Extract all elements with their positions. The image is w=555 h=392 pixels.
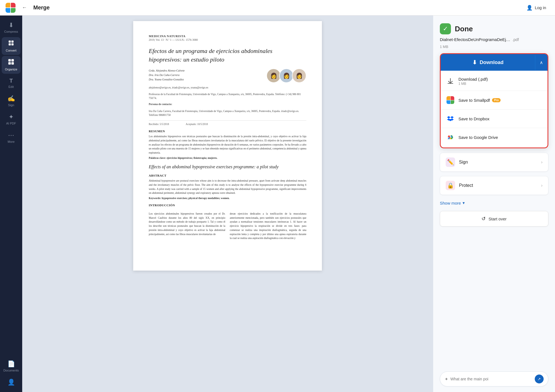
chevron-up-icon: ∧ xyxy=(540,60,543,65)
save-gdrive-option[interactable]: Save to Google Drive xyxy=(441,129,548,145)
done-title: Done xyxy=(455,25,473,33)
file-name: Dialnet-EfectosDeUnProgramaDeEj… xyxy=(440,37,510,42)
sidebar-item-compress[interactable]: ⬇ Compress xyxy=(2,19,21,36)
edit-icon: T xyxy=(9,78,13,84)
save-dropbox-content: Save to Dropbox xyxy=(458,116,490,121)
start-over-button[interactable]: ↺ Start over xyxy=(440,211,548,226)
save-dropbox-label: Save to Dropbox xyxy=(458,116,490,121)
download-chevron-button[interactable]: ∧ xyxy=(535,55,548,70)
pdf-preview-scroll[interactable]: MEDICINA NATURISTA 2019; Vol. 13 · N.º 1… xyxy=(22,16,433,392)
author-photo-3: 👩 xyxy=(292,68,306,83)
smallpdf-icon xyxy=(446,96,455,104)
pdf-resumen-title: RESUMEN xyxy=(149,129,306,133)
pdf-contact-affiliation: Profesoras de la Facultad de Fisioterapi… xyxy=(149,92,306,100)
done-section: ✓ Done Dialnet-EfectosDeUnProgramaDeEj… … xyxy=(440,23,548,49)
protect-chevron-icon: › xyxy=(541,183,543,188)
sidebar-item-edit[interactable]: T Edit xyxy=(2,75,21,91)
save-gdrive-content: Save to Google Drive xyxy=(458,135,498,140)
svg-rect-5 xyxy=(11,59,14,62)
pdf-intro-col1: Los ejercicios abdominales hipopresivos … xyxy=(149,212,225,240)
sign-chevron-icon: › xyxy=(541,160,543,165)
svg-rect-7 xyxy=(11,62,14,65)
show-more-chevron-icon: ▾ xyxy=(463,200,465,205)
pdf-contact-emails: alejalonso@uvigo.es, iriadc@uvigo.es, yo… xyxy=(149,86,306,90)
protect-action-label: Protect xyxy=(459,183,537,188)
download-icon: ⬇ xyxy=(472,59,477,66)
organize-icon xyxy=(8,59,14,67)
sign-action-label: Sign xyxy=(459,160,537,165)
pdf-author-3: Dra. Yoana González-González xyxy=(149,77,261,82)
user-icon: 👤 xyxy=(7,379,15,386)
save-smallpdf-content: Save to Smallpdf Pro xyxy=(458,98,501,103)
sidebar-item-convert[interactable]: Convert xyxy=(2,37,21,55)
download-dropdown-container: ⬇ Download ∧ xyxy=(440,53,548,148)
pdf-contact-person-detail: Iria Da Cuña Carrera, Facultad de Fisiot… xyxy=(149,109,306,117)
download-pdf-option[interactable]: Download (.pdf) 1 MB xyxy=(441,73,548,90)
svg-rect-3 xyxy=(11,43,14,45)
ai-sparkle-icon: ✦ xyxy=(445,376,448,382)
protect-lock-icon: 🔒 xyxy=(447,182,454,189)
ai-input-container: ✦ ↗ xyxy=(440,371,548,386)
main-layout: ⬇ Compress Convert xyxy=(0,16,555,392)
pdf-palabras-clave: Palabras clave: ejercicios hipopresivos;… xyxy=(149,157,306,159)
pdf-authors: Grda. Alejandra Alonso-Calvete Dra. Iria… xyxy=(149,68,306,83)
back-button[interactable]: ← xyxy=(20,3,29,12)
user-icon: 👤 xyxy=(526,5,533,11)
ai-input-field[interactable] xyxy=(450,377,535,381)
more-icon: ⋯ xyxy=(8,132,14,139)
author-photo-2: 👩 xyxy=(279,68,294,83)
gdrive-icon xyxy=(446,133,455,141)
done-row: ✓ Done xyxy=(440,23,548,34)
dropbox-icon xyxy=(446,114,455,123)
sidebar-item-documents[interactable]: 📄 Documents xyxy=(2,358,21,375)
download-pdf-size: 1 MB xyxy=(458,82,488,86)
svg-rect-4 xyxy=(8,59,11,62)
pdf-journal-title: MEDICINA NATURISTA xyxy=(149,34,306,38)
download-main-button[interactable]: ⬇ Download ∧ xyxy=(441,54,548,71)
sidebar-item-aipdf[interactable]: ✦ AI PDF xyxy=(2,111,21,128)
right-panel: ✓ Done Dialnet-EfectosDeUnProgramaDeEj… … xyxy=(433,16,555,392)
topbar: ← Merge 👤 Log in xyxy=(0,0,555,16)
sidebar-item-organize[interactable]: Organize xyxy=(2,56,21,74)
pdf-author-2: Dra. Iria Da Cuña-Carrera xyxy=(149,73,261,77)
save-gdrive-label: Save to Google Drive xyxy=(458,135,498,140)
sidebar-item-user[interactable]: 👤 xyxy=(2,376,21,389)
aipdf-icon: ✦ xyxy=(9,113,14,121)
download-pdf-label: Download (.pdf) xyxy=(458,77,488,82)
login-button[interactable]: 👤 Log in xyxy=(523,3,549,12)
protect-action-row[interactable]: 🔒 Protect › xyxy=(440,176,548,195)
download-options: Download (.pdf) 1 MB xyxy=(441,71,548,147)
pdf-introduccion-title: INTRODUCCIÓN xyxy=(149,203,306,207)
svg-rect-2 xyxy=(9,43,11,45)
documents-icon: 📄 xyxy=(7,360,15,368)
pdf-title-en: Effects of an abdominal hypopressive exe… xyxy=(149,164,306,170)
start-over-icon: ↺ xyxy=(481,216,486,222)
show-more-link[interactable]: Show more ▾ xyxy=(440,199,548,207)
pdf-received: Recibido: 5/5/2018 xyxy=(149,123,169,126)
download-button-text[interactable]: ⬇ Download xyxy=(441,54,535,71)
download-pdf-content: Download (.pdf) 1 MB xyxy=(458,77,488,86)
send-icon: ↗ xyxy=(538,377,541,381)
pdf-preview: MEDICINA NATURISTA 2019; Vol. 13 · N.º 1… xyxy=(22,16,433,276)
sign-pencil-icon: ✏️ xyxy=(447,159,454,166)
sidebar-item-sign[interactable]: ✍ Sign xyxy=(2,92,21,110)
option-divider-2 xyxy=(441,109,548,110)
pdf-resumen-text: Los abdominales hipopresivos son técnica… xyxy=(149,134,306,155)
save-smallpdf-option[interactable]: Save to Smallpdf Pro xyxy=(441,92,548,108)
svg-rect-6 xyxy=(8,62,11,65)
ai-send-button[interactable]: ↗ xyxy=(535,375,544,383)
download-pdf-icon xyxy=(446,77,455,85)
pdf-title-es: Efectos de un programa de ejercicios abd… xyxy=(149,47,306,64)
file-size: 1 MB xyxy=(440,45,448,49)
pro-badge: Pro xyxy=(492,98,501,102)
sidebar-item-more[interactable]: ⋯ More xyxy=(2,129,21,146)
pdf-dates: Recibido: 5/5/2018 Aceptado: 10/5/2018 xyxy=(149,120,306,126)
app-logo[interactable] xyxy=(6,3,16,13)
sign-icon: ✍ xyxy=(7,95,15,102)
file-name-row: Dialnet-EfectosDeUnProgramaDeEj… .pdf xyxy=(440,37,548,42)
sign-action-row[interactable]: ✏️ Sign › xyxy=(440,153,548,172)
save-dropbox-option[interactable]: Save to Dropbox xyxy=(441,111,548,127)
svg-rect-0 xyxy=(9,40,11,43)
pdf-intro-col2: deran ejercicios dedicados a la tonifica… xyxy=(230,212,306,240)
done-checkmark: ✓ xyxy=(440,23,451,34)
